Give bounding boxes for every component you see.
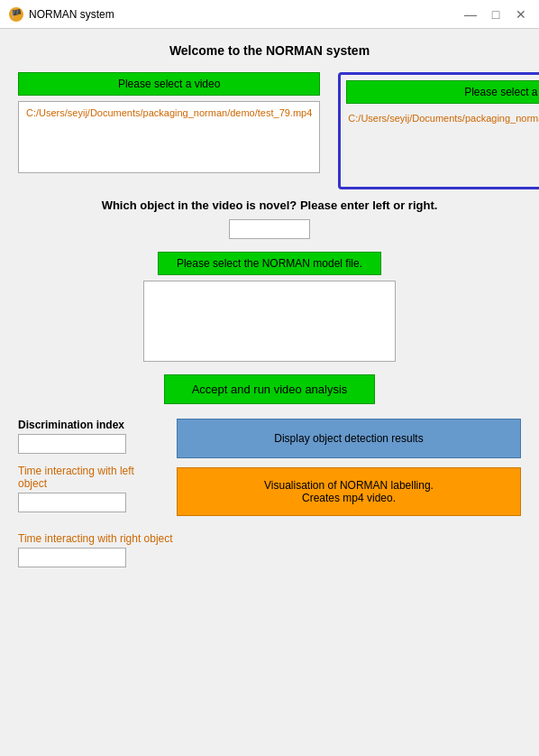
select-pose-button[interactable]: Please select a pose file	[346, 80, 539, 104]
novel-object-question: Which object in the video is novel? Plea…	[18, 198, 521, 212]
title-bar: 🏴 NORMAN system — □ ✕	[0, 0, 539, 29]
window-title: NORMAN system	[29, 8, 114, 21]
main-content: Welcome to the NORMAN system Please sele…	[0, 29, 539, 596]
maximize-button[interactable]: □	[487, 5, 505, 23]
pose-panel: Please select a pose file C:/Users/seyij…	[338, 72, 539, 189]
app-title: Welcome to the NORMAN system	[18, 43, 521, 58]
pose-path-display: C:/Users/seyij/Documents/packaging_norma…	[346, 109, 539, 181]
model-path-display	[143, 281, 396, 362]
display-detection-button[interactable]: Display object detection results	[177, 419, 521, 458]
time-right-input[interactable]	[18, 548, 126, 567]
video-path-display: C:/Users/seyij/Documents/packaging_norma…	[18, 101, 320, 173]
time-left-label: Time interacting with left object	[18, 465, 162, 490]
novel-object-input[interactable]	[229, 219, 310, 239]
top-row: Please select a video C:/Users/seyij/Doc…	[18, 72, 521, 189]
window-controls: — □ ✕	[461, 5, 530, 23]
app-icon: 🏴	[9, 7, 23, 22]
time-right-section: Time interacting with right object	[18, 532, 521, 578]
discrimination-index-input[interactable]	[18, 434, 126, 454]
time-left-input[interactable]	[18, 493, 126, 512]
model-section: Please select the NORMAN model file.	[18, 252, 521, 362]
title-bar-left: 🏴 NORMAN system	[9, 7, 114, 22]
novel-object-input-container	[18, 219, 521, 239]
bottom-section: Discrimination index Time interacting wi…	[18, 419, 521, 523]
visualisation-line1: Visualisation of NORMAN labelling.	[264, 479, 434, 492]
close-button[interactable]: ✕	[512, 5, 530, 23]
video-panel: Please select a video C:/Users/seyij/Doc…	[18, 72, 320, 189]
visualisation-line2: Creates mp4 video.	[302, 492, 396, 504]
visualisation-button[interactable]: Visualisation of NORMAN labelling. Creat…	[177, 467, 521, 516]
discrimination-index-label: Discrimination index	[18, 419, 162, 431]
time-right-label: Time interacting with right object	[18, 532, 521, 545]
right-buttons: Display object detection results Visuali…	[177, 419, 521, 523]
select-video-button[interactable]: Please select a video	[18, 72, 320, 96]
select-model-button[interactable]: Please select the NORMAN model file.	[158, 252, 381, 275]
run-analysis-button[interactable]: Accept and run video analysis	[164, 374, 376, 404]
left-stats: Discrimination index Time interacting wi…	[18, 419, 162, 523]
minimize-button[interactable]: —	[461, 5, 480, 23]
